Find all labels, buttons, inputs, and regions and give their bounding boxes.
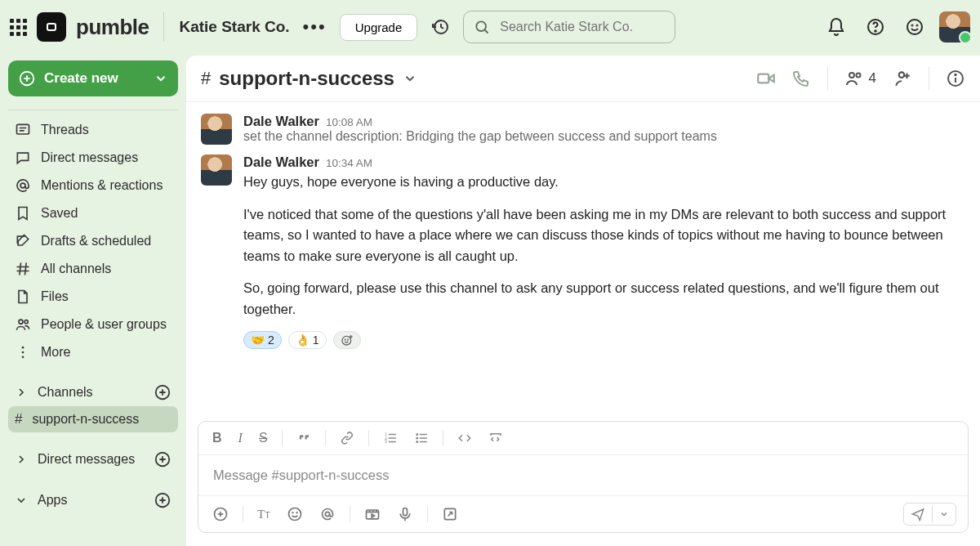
workspace-name[interactable]: Katie Stark Co. — [179, 18, 289, 36]
add-member-icon[interactable] — [891, 68, 912, 89]
hash-icon: # — [15, 411, 22, 427]
sidebar-item-threads[interactable]: Threads — [8, 117, 178, 143]
bullet-list-icon[interactable] — [412, 428, 431, 448]
threads-icon — [15, 122, 31, 138]
author-name[interactable]: Dale Walker — [243, 154, 319, 170]
send-button[interactable] — [904, 503, 932, 525]
reaction-pill[interactable]: 🤝 2 — [243, 331, 282, 349]
channel-title-button[interactable]: # support-n-success — [201, 67, 417, 90]
drafts-icon — [15, 233, 31, 249]
workspace-menu-icon[interactable]: ••• — [300, 16, 330, 38]
sidebar-section-apps[interactable]: Apps — [8, 486, 178, 514]
format-toolbar: B I S 123 — [198, 422, 968, 455]
strike-icon[interactable]: S — [256, 428, 270, 448]
video-clip-icon[interactable] — [362, 503, 383, 525]
sidebar-item-mentions[interactable]: Mentions & reactions — [8, 172, 178, 199]
chevron-down-icon — [403, 71, 417, 86]
help-icon[interactable] — [861, 12, 890, 42]
search-input[interactable] — [498, 19, 665, 35]
hash-grid-icon — [15, 261, 31, 277]
svg-point-6 — [875, 30, 876, 32]
divider — [163, 12, 164, 42]
reaction-pill[interactable]: 👌 1 — [288, 331, 327, 349]
add-reaction-button[interactable] — [333, 331, 361, 349]
chevron-down-icon — [154, 71, 168, 86]
quote-icon[interactable] — [294, 428, 314, 448]
mention-icon[interactable] — [317, 503, 338, 525]
message-time: 10:34 AM — [326, 157, 372, 169]
bookmark-icon — [15, 205, 31, 222]
upgrade-button[interactable]: Upgrade — [340, 14, 418, 41]
plus-circle-icon — [18, 69, 36, 87]
audio-call-icon[interactable] — [791, 69, 811, 88]
sidebar-channel-support-n-success[interactable]: # support-n-success — [8, 406, 178, 432]
sidebar-item-drafts[interactable]: Drafts & scheduled — [8, 228, 178, 254]
message-row: Dale Walker 10:08 AM set the channel des… — [186, 109, 980, 150]
mic-icon[interactable] — [394, 503, 416, 525]
channel-info-icon[interactable] — [946, 69, 965, 88]
sidebar-item-all-channels[interactable]: All channels — [8, 256, 178, 282]
message-input[interactable] — [212, 467, 955, 484]
sidebar-item-direct-messages[interactable]: Direct messages — [8, 145, 178, 171]
author-avatar[interactable] — [201, 114, 232, 145]
svg-point-7 — [907, 20, 922, 34]
emoji-icon[interactable] — [284, 503, 305, 525]
message-row: Dale Walker 10:34 AM Hey guys, hope ever… — [186, 150, 980, 354]
message-time: 10:08 AM — [326, 116, 372, 128]
at-icon — [15, 177, 31, 194]
text-format-icon[interactable]: TT — [255, 504, 273, 524]
notifications-icon[interactable] — [822, 12, 851, 42]
people-icon — [15, 316, 31, 333]
app-launcher-icon[interactable] — [10, 19, 27, 36]
send-options-button[interactable] — [932, 506, 956, 522]
svg-point-67 — [296, 512, 297, 513]
bold-icon[interactable]: B — [210, 428, 225, 448]
sidebar-item-people[interactable]: People & user groups — [8, 311, 178, 338]
svg-point-65 — [288, 508, 301, 521]
sidebar-section-dms[interactable]: Direct messages — [8, 445, 178, 473]
add-emoji-icon — [341, 333, 354, 347]
sidebar-item-saved[interactable]: Saved — [8, 200, 178, 226]
code-icon[interactable] — [455, 428, 474, 448]
system-message-text: set the channel description: Bridging th… — [243, 129, 965, 144]
link-icon[interactable] — [337, 428, 357, 448]
italic-icon[interactable]: I — [236, 428, 245, 448]
user-avatar[interactable] — [939, 11, 970, 43]
codeblock-icon[interactable] — [486, 428, 506, 448]
svg-point-46 — [345, 340, 345, 341]
shortcut-icon[interactable] — [439, 503, 461, 525]
search-input-wrapper[interactable] — [463, 11, 675, 43]
reaction-emoji: 🤝 — [251, 333, 265, 347]
sidebar-section-channels[interactable]: Channels — [8, 378, 178, 406]
plus-icon[interactable] — [210, 503, 231, 525]
channel-members-button[interactable]: 4 — [844, 69, 876, 88]
add-dm-icon[interactable] — [154, 450, 172, 468]
hash-icon: # — [201, 68, 211, 89]
author-name[interactable]: Dale Walker — [243, 114, 319, 129]
sidebar-item-more[interactable]: More — [8, 339, 178, 365]
author-avatar[interactable] — [201, 154, 232, 186]
file-icon — [15, 289, 31, 305]
reaction-count: 2 — [268, 333, 274, 347]
svg-line-17 — [20, 263, 21, 275]
svg-point-9 — [917, 25, 918, 26]
reaction-bar: 🤝 2 👌 1 — [243, 331, 965, 349]
svg-point-60 — [416, 437, 418, 439]
svg-point-45 — [342, 337, 351, 346]
video-call-icon[interactable] — [755, 68, 777, 89]
ordered-list-icon[interactable]: 123 — [381, 428, 400, 448]
history-icon[interactable] — [427, 14, 453, 40]
emoji-status-icon[interactable] — [900, 12, 929, 42]
svg-point-66 — [292, 512, 293, 513]
sidebar-item-files[interactable]: Files — [8, 284, 178, 310]
brand-name: pumble — [76, 15, 149, 40]
add-app-icon[interactable] — [154, 491, 172, 509]
svg-line-18 — [25, 263, 27, 275]
svg-point-22 — [24, 320, 28, 324]
send-button-group — [903, 503, 956, 526]
svg-point-59 — [416, 434, 418, 436]
create-new-button[interactable]: Create new — [8, 60, 178, 96]
add-channel-icon[interactable] — [154, 383, 172, 401]
attach-toolbar: TT — [198, 495, 968, 532]
search-icon — [474, 19, 490, 35]
